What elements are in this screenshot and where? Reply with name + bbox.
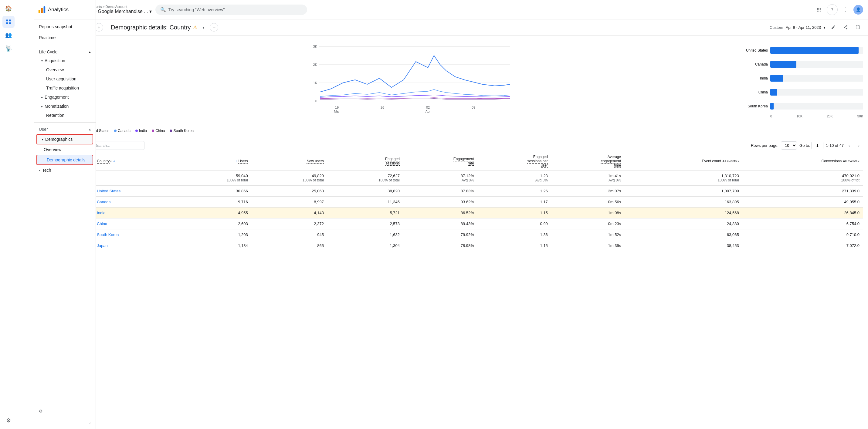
bar-row-south-korea: South Korea bbox=[741, 101, 863, 112]
date-range-label: Custom bbox=[770, 25, 783, 30]
total-users-sub: 100% of total bbox=[227, 178, 248, 182]
bar-fill-china bbox=[770, 89, 777, 96]
conversions-col-header[interactable]: Conversions All events ▾ bbox=[743, 152, 863, 170]
user-avatar[interactable]: 👤 bbox=[854, 5, 863, 14]
user-acquisition-link[interactable]: User acquisition bbox=[34, 74, 96, 84]
demographics-arrow: ▾ bbox=[42, 138, 43, 141]
demographic-details-link[interactable]: Demographic details bbox=[36, 155, 93, 165]
rows-per-page-select[interactable]: 10 25 50 bbox=[781, 141, 797, 150]
bar-label-south-korea: South Korea bbox=[741, 104, 768, 108]
go-to-label: Go to: bbox=[799, 143, 810, 148]
new-users-col-header[interactable]: New users bbox=[252, 152, 328, 170]
apps-icon-btn[interactable] bbox=[813, 4, 824, 15]
table-row: 3 India 4,955 4,143 5,721 86.52% 1.15 1m… bbox=[84, 207, 863, 219]
collapse-sidebar-btn[interactable]: ‹ bbox=[34, 417, 96, 429]
add-dimension-btn[interactable]: + bbox=[113, 159, 115, 164]
svg-text:1K: 1K bbox=[313, 81, 317, 85]
total-engagement-rate-sub: Avg 0% bbox=[462, 178, 474, 182]
tech-section[interactable]: ▸ Tech bbox=[34, 166, 96, 175]
engagement-rate-col-header[interactable]: Engagementrate bbox=[403, 152, 478, 170]
page-title-dropdown[interactable]: ▾ bbox=[200, 24, 207, 31]
users-col-header[interactable]: ↓ Users bbox=[176, 152, 252, 170]
add-page-btn[interactable]: + bbox=[210, 23, 218, 32]
legend-canada: Canada bbox=[114, 129, 130, 133]
total-new-users: 49,829 bbox=[255, 173, 324, 178]
svg-text:26: 26 bbox=[380, 106, 384, 109]
user-section[interactable]: User ▴ bbox=[34, 125, 96, 133]
country-col-header[interactable]: Country ▾ + bbox=[93, 152, 176, 170]
bar-track-us bbox=[770, 47, 863, 54]
engaged-sessions-col-header[interactable]: Engagedsessions bbox=[328, 152, 403, 170]
home-nav-icon[interactable]: 🏠 bbox=[2, 2, 14, 14]
total-engaged-sessions: 72,627 bbox=[331, 173, 400, 178]
settings-link[interactable]: ⚙ bbox=[34, 405, 96, 417]
bar-row-china: China bbox=[741, 87, 863, 98]
more-vert-icon-btn[interactable]: ⋮ bbox=[840, 4, 851, 15]
engaged-per-user-col-header[interactable]: Engagedsessions peruser bbox=[478, 152, 552, 170]
analytics-logo: Analytics bbox=[38, 5, 69, 14]
monetization-section[interactable]: ▸ Monetization bbox=[34, 102, 96, 111]
event-count-col-header[interactable]: Event count All events ▾ bbox=[625, 152, 742, 170]
bar-track-south-korea bbox=[770, 103, 863, 109]
next-page-btn[interactable]: › bbox=[855, 141, 863, 150]
total-event-count-sub: 100% of total bbox=[718, 178, 739, 182]
top-bar-actions: ? ⋮ 👤 bbox=[813, 4, 863, 15]
sidebar: Analytics Reports snapshot Realtime Life… bbox=[34, 0, 96, 429]
svg-point-15 bbox=[820, 11, 820, 11]
lifecycle-section[interactable]: Life Cycle ▴ bbox=[34, 47, 96, 56]
dropdown-icon: ▾ bbox=[203, 25, 205, 30]
help-icon-btn[interactable]: ? bbox=[827, 4, 838, 15]
date-range[interactable]: Custom Apr 9 - Apr 11, 2023 ▾ bbox=[770, 25, 826, 30]
avg-engagement-col-header[interactable]: Averageengagementtime bbox=[552, 152, 625, 170]
svg-text:02: 02 bbox=[426, 106, 430, 109]
go-to-input[interactable] bbox=[811, 142, 824, 149]
edit-icon-btn[interactable] bbox=[828, 22, 839, 33]
date-range-value: Apr 9 - Apr 11, 2023 bbox=[786, 25, 821, 30]
advertising-nav-icon[interactable]: 📡 bbox=[2, 42, 14, 55]
total-conversions: 470,021.0 bbox=[746, 173, 860, 178]
svg-point-7 bbox=[817, 8, 818, 9]
reports-snapshot-link[interactable]: Reports snapshot bbox=[34, 21, 96, 33]
action-icons bbox=[828, 22, 863, 33]
account-dropdown-icon: ▾ bbox=[149, 8, 152, 14]
total-avg-engagement: 1m 41s bbox=[555, 173, 621, 178]
svg-rect-1 bbox=[9, 20, 11, 22]
legend-south-korea: South Korea bbox=[169, 129, 194, 133]
add-comparison-btn[interactable]: + bbox=[95, 23, 103, 32]
table-row: 6 Japan 1,134 865 1,304 78.98% 1.15 1m 3… bbox=[84, 240, 863, 251]
retention-link[interactable]: Retention bbox=[34, 111, 96, 120]
search-bar[interactable]: 🔍 Try searching "Web overview" bbox=[155, 5, 307, 15]
acquisition-section[interactable]: ▾ Acquisition bbox=[34, 56, 96, 65]
collapse-icon: ‹ bbox=[90, 421, 91, 425]
prev-page-btn[interactable]: ‹ bbox=[845, 141, 854, 150]
traffic-acquisition-link[interactable]: Traffic acquisition bbox=[34, 84, 96, 93]
compare-icon-btn[interactable] bbox=[852, 22, 863, 33]
engagement-section[interactable]: ▸ Engagement bbox=[34, 93, 96, 102]
reports-nav-icon[interactable] bbox=[2, 16, 14, 28]
total-new-users-sub: 100% of total bbox=[303, 178, 324, 182]
monetization-chevron: ▸ bbox=[41, 105, 43, 108]
top-bar: All accounts > Demo Account GA4 - Google… bbox=[79, 0, 868, 20]
settings-nav-icon[interactable]: ⚙ bbox=[2, 415, 14, 427]
rows-per-page-control: Rows per page: 10 25 50 Go to: 1-10 of 4… bbox=[751, 141, 863, 150]
realtime-link[interactable]: Realtime bbox=[34, 33, 96, 42]
table-toolbar: 🔍 Search... Rows per page: 10 25 50 Go t… bbox=[84, 139, 863, 152]
bar-fill-us bbox=[770, 47, 859, 54]
legend-india: India bbox=[135, 129, 147, 133]
svg-rect-2 bbox=[6, 23, 8, 24]
total-event-count: 1,810,723 bbox=[628, 173, 739, 178]
total-engaged-per-user: 1.23 bbox=[482, 173, 548, 178]
demographics-nav-item[interactable]: ▾ Demographics bbox=[36, 134, 93, 144]
sub-header: A + Demographic details: Country ⚠ ▾ + C… bbox=[79, 20, 868, 35]
demographics-overview-link[interactable]: Overview bbox=[34, 145, 96, 154]
total-engaged-per-user-sub: Avg 0% bbox=[535, 178, 548, 182]
svg-rect-4 bbox=[38, 10, 40, 13]
audiences-nav-icon[interactable]: 👥 bbox=[2, 29, 14, 41]
overview-link[interactable]: Overview bbox=[34, 65, 96, 74]
charts-section: 3K 2K 1K 0 19 Mar 26 02 Apr 09 bbox=[79, 35, 868, 139]
table-section: ➜ 🔍 Search... Rows per page: 10 25 50 Go bbox=[79, 139, 868, 256]
table-row: 5 South Korea 1,203 945 1,632 79.92% 1.3… bbox=[84, 229, 863, 240]
settings-icon: ⚙ bbox=[39, 409, 43, 414]
svg-point-14 bbox=[818, 11, 819, 11]
share-icon-btn[interactable] bbox=[840, 22, 851, 33]
